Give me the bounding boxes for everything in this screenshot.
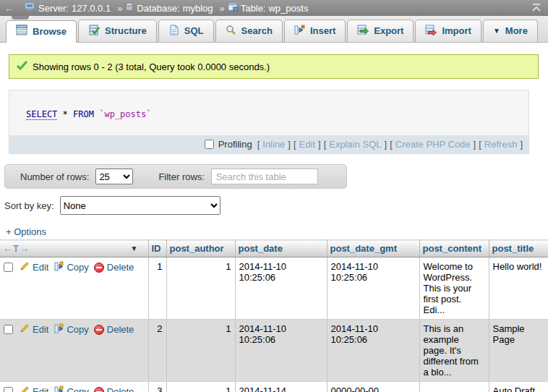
sql-table-identifier: `wp_posts` xyxy=(94,109,151,119)
options-toggle-link[interactable]: + Options xyxy=(6,226,46,237)
sql-query-box: SELECT * FROM `wp_posts` Profiling [Inli… xyxy=(9,90,529,154)
table-row: Edit Copy Delete 1 1 2014-11-10 10:25:06… xyxy=(0,257,548,320)
table-icon xyxy=(228,2,238,14)
cell-post-content[interactable]: This is an example page. It's different … xyxy=(419,320,489,382)
tab-search[interactable]: Search xyxy=(215,20,283,42)
breadcrumb-table[interactable]: Table: wp_posts xyxy=(228,2,309,14)
cell-post-title[interactable]: Hello world! xyxy=(489,257,548,320)
console-tab-handle[interactable] xyxy=(12,16,29,20)
inline-link[interactable]: Inline xyxy=(262,139,285,150)
edit-query-link[interactable]: Edit xyxy=(299,139,315,150)
status-message-text: Showing rows 0 - 2 (3 total, Query took … xyxy=(33,61,270,72)
cell-post-date-gmt[interactable]: 0000-00-00 00:00:00 xyxy=(327,382,419,392)
breadcrumb-server[interactable]: Server: 127.0.0.1 xyxy=(25,2,111,14)
profiling-label: Profiling xyxy=(218,139,252,150)
edit-row-link[interactable]: Edit xyxy=(20,385,48,392)
bracket: [ xyxy=(479,139,481,150)
export-icon xyxy=(357,25,369,38)
cell-post-author[interactable]: 1 xyxy=(166,257,235,320)
cell-post-content[interactable]: Welcome to WordPress. This is your first… xyxy=(419,257,489,320)
column-header-post-date-gmt[interactable]: post_date_gmt xyxy=(327,240,419,257)
cell-post-author[interactable]: 1 xyxy=(166,320,235,382)
tab-structure[interactable]: Structure xyxy=(78,20,157,42)
pencil-icon xyxy=(20,261,30,273)
bracket: [ xyxy=(257,139,260,150)
rows-control-bar: Number of rows: 25 Filter rows: xyxy=(4,164,347,189)
select-all-header: ←T→ ▼ xyxy=(0,240,148,257)
cell-post-content[interactable] xyxy=(419,382,489,392)
import-icon xyxy=(425,25,437,38)
column-header-post-author[interactable]: post_author xyxy=(166,240,235,257)
cell-post-date-gmt[interactable]: 2014-11-10 10:25:06 xyxy=(327,320,419,382)
profiling-checkbox[interactable] xyxy=(205,140,214,149)
bracket: ] xyxy=(318,139,321,150)
cell-id[interactable]: 3 xyxy=(148,382,166,392)
delete-row-link[interactable]: Delete xyxy=(94,386,134,392)
bracket: ] xyxy=(474,139,476,150)
phpmyadmin-window: ← Server: 127.0.0.1 » Database: myblog »… xyxy=(0,0,548,392)
tab-export[interactable]: Export xyxy=(347,20,414,42)
delete-row-link[interactable]: Delete xyxy=(94,324,134,335)
cell-id[interactable]: 1 xyxy=(148,257,166,320)
cell-post-date[interactable]: 2014-11-10 10:25:06 xyxy=(235,320,327,382)
explain-sql-link[interactable]: Explain SQL xyxy=(329,139,381,150)
actions-dropdown-icon[interactable]: ▼ xyxy=(131,244,138,252)
cell-post-author[interactable]: 1 xyxy=(166,382,235,392)
cell-post-date-gmt[interactable]: 2014-11-10 10:25:06 xyxy=(327,257,419,320)
delete-icon xyxy=(94,325,104,335)
refresh-link[interactable]: Refresh xyxy=(484,139,518,150)
copy-row-link[interactable]: Copy xyxy=(53,261,88,273)
back-arrow-icon[interactable]: ← xyxy=(4,2,14,14)
collapse-icon[interactable] xyxy=(531,3,542,14)
row-actions-cell: Edit Copy Delete xyxy=(0,382,148,392)
copy-icon xyxy=(53,323,64,336)
cell-post-date[interactable]: 2014-11-10 10:25:06 xyxy=(235,257,327,320)
pencil-icon xyxy=(20,385,30,392)
create-php-code-link[interactable]: Create PHP Code xyxy=(395,139,471,150)
column-header-post-content[interactable]: post_content xyxy=(419,240,489,257)
delete-row-link[interactable]: Delete xyxy=(94,262,134,273)
delete-icon xyxy=(94,387,104,392)
row-checkbox[interactable] xyxy=(4,325,13,334)
tab-browse[interactable]: Browse xyxy=(6,20,77,43)
cell-post-title[interactable]: Sample Page xyxy=(489,320,548,382)
cell-post-date[interactable]: 2014-11-14 06:33:38 xyxy=(235,382,327,392)
insert-icon xyxy=(294,25,305,38)
column-header-id[interactable]: ID xyxy=(148,240,166,257)
tab-import[interactable]: Import xyxy=(415,20,481,42)
structure-icon xyxy=(88,25,100,38)
delete-icon xyxy=(94,263,104,273)
header-row: ←T→ ▼ ID post_author post_date post_date… xyxy=(0,240,548,257)
check-all-arrows[interactable]: ←T→ xyxy=(3,243,30,254)
breadcrumb-separator: » xyxy=(117,3,122,14)
breadcrumb-database[interactable]: Database: myblog xyxy=(125,2,213,14)
pencil-icon xyxy=(20,323,30,336)
sql-keyword-from: FROM xyxy=(73,109,94,119)
edit-row-link[interactable]: Edit xyxy=(20,261,48,273)
cell-id[interactable]: 2 xyxy=(148,320,166,382)
copy-row-link[interactable]: Copy xyxy=(53,385,88,392)
tab-sql[interactable]: SQL xyxy=(158,20,214,42)
row-checkbox[interactable] xyxy=(4,263,13,272)
breadcrumb: ← Server: 127.0.0.1 » Database: myblog »… xyxy=(0,0,548,16)
copy-icon xyxy=(53,261,64,273)
column-header-post-title[interactable]: post_title xyxy=(489,240,548,257)
number-of-rows-select[interactable]: 25 xyxy=(95,169,133,184)
edit-row-link[interactable]: Edit xyxy=(20,323,48,336)
column-header-post-date[interactable]: post_date xyxy=(235,240,327,257)
tab-more[interactable]: ▼ More xyxy=(483,20,538,42)
tab-insert[interactable]: Insert xyxy=(284,20,346,42)
bracket: [ xyxy=(324,139,327,150)
sql-tools-bar: Profiling [Inline] [Edit] [Explain SQL] … xyxy=(9,135,528,153)
sort-by-key-select[interactable]: None xyxy=(60,196,221,215)
row-actions-cell: Edit Copy Delete xyxy=(0,320,148,382)
copy-row-link[interactable]: Copy xyxy=(53,323,88,336)
sql-keyword-select: SELECT xyxy=(26,109,57,120)
row-checkbox[interactable] xyxy=(4,387,13,392)
filter-rows-input[interactable] xyxy=(211,169,318,184)
sql-star: * xyxy=(57,109,73,119)
cell-post-title[interactable]: Auto Draft xyxy=(489,382,548,392)
results-table: ←T→ ▼ ID post_author post_date post_date… xyxy=(0,239,548,392)
tab-bar: Browse Structure SQL Search Insert Expor… xyxy=(0,16,548,43)
success-check-icon xyxy=(17,61,27,72)
